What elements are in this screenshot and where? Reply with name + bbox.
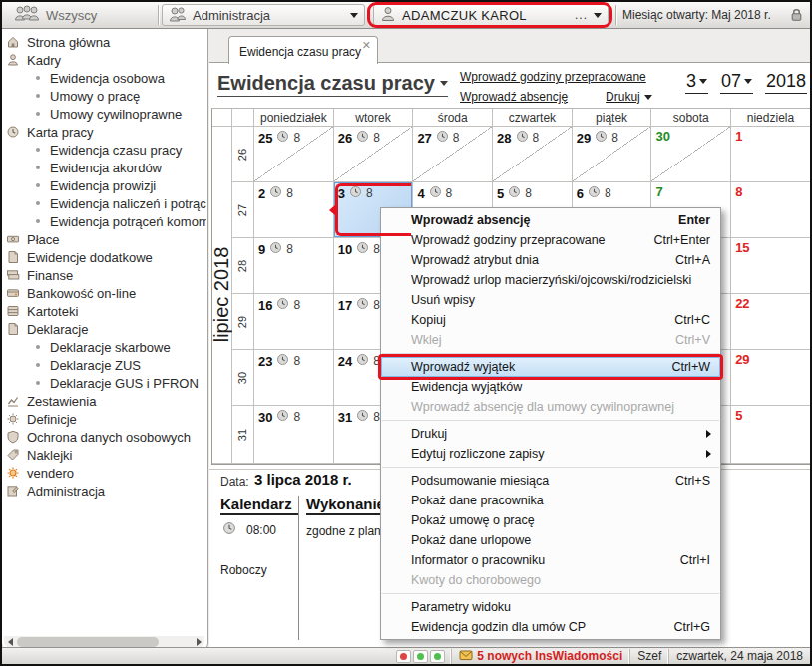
tab-close-icon[interactable]: ✕ — [362, 39, 371, 52]
submenu-arrow-icon — [706, 450, 711, 458]
menu-item-pokaz-umowe-o-prace[interactable]: Pokaż umowę o pracę — [381, 510, 720, 530]
group-selector[interactable]: Administracja — [162, 4, 365, 26]
context-menu: Wprowadź absencjęEnterWprowadź godziny p… — [380, 207, 721, 640]
day-number: 16 — [258, 298, 272, 313]
calendar-day-cell-5[interactable]: 5 — [731, 406, 810, 464]
calendar-day-cell-15[interactable]: 15 — [731, 238, 810, 294]
menu-item-informator-o-pracowniku[interactable]: Informator o pracownikuCtrl+I — [381, 550, 720, 570]
menu-item-wprowadz-godziny-przepracowane[interactable]: Wprowadź godziny przepracowaneCtrl+Enter — [381, 230, 720, 250]
sidebar-item-deklaracje-zus[interactable]: Deklaracje ZUS — [2, 356, 206, 374]
menu-item-wprowadz-wyjatek[interactable]: Wprowadź wyjątekCtrl+W — [381, 357, 720, 377]
menu-item-ewidencja-godzin-dla-umow-cp[interactable]: Ewidencja godzin dla umów CPCtrl+G — [381, 617, 720, 637]
sidebar-item-ewidencja-prowizji[interactable]: Ewidencja prowizji — [2, 176, 206, 194]
menu-item-wprowadz-atrybut-dnia[interactable]: Wprowadź atrybut dniaCtrl+A — [381, 250, 720, 270]
week-number: 29 — [232, 294, 254, 350]
sidebar-item-deklaracje-gus-i-pfron[interactable]: Deklaracje GUS i PFRON — [2, 374, 206, 392]
menu-item-kopiuj[interactable]: KopiujCtrl+C — [381, 310, 720, 330]
sidebar-item-place[interactable]: Płace — [2, 230, 206, 248]
weekday-header: sobota — [651, 109, 731, 127]
calendar-day-cell-8[interactable]: 8 — [731, 182, 810, 238]
sidebar-item-definicje[interactable]: Definicje — [2, 410, 206, 428]
filter-all-button[interactable]: Wszyscy — [8, 4, 156, 26]
menu-item-wprowadz-urlop-macierzynski-ojcowski-rodzicielski[interactable]: Wprowadź urlop macierzyński/ojcowski/rod… — [381, 270, 720, 290]
calendar-day-cell-16[interactable]: 168 — [254, 294, 334, 350]
scrollbar-thumb[interactable] — [17, 637, 159, 647]
sidebar-item-zestawienia[interactable]: Zestawienia — [2, 392, 206, 410]
employee-selector[interactable]: ADAMCZUK KAROL ... — [373, 4, 609, 26]
menu-item-pokaz-dane-pracownika[interactable]: Pokaż dane pracownika — [381, 491, 720, 510]
calendar-day-cell-25[interactable]: 258 — [254, 127, 334, 182]
sidebar-item-ochrona-danych-osobowych[interactable]: Ochrona danych osobowych — [2, 428, 206, 446]
day-selector[interactable]: 3 — [685, 71, 708, 94]
month-selector[interactable]: 07 — [720, 71, 753, 94]
calendar-day-cell-30[interactable]: 308 — [254, 406, 334, 464]
calendar-day-cell-30[interactable]: 30 — [651, 127, 731, 182]
messages-cell[interactable]: 5 nowych InsWiadomości — [451, 649, 629, 664]
day-hours: 8 — [373, 298, 380, 312]
group-dropdown-caret-icon[interactable] — [350, 13, 358, 18]
employee-dropdown-caret-icon[interactable] — [594, 13, 602, 18]
calendar-day-cell-1[interactable]: 1 — [731, 127, 810, 182]
calendar-day-cell-22[interactable]: 22 — [731, 294, 810, 350]
clock-icon — [276, 296, 289, 314]
menu-item-wprowadz-absencje[interactable]: Wprowadź absencjęEnter — [381, 210, 720, 230]
detail-date-value: 3 lipca 2018 r. — [254, 471, 352, 488]
link-enter-hours[interactable]: Wprowadź godziny przepracowane — [460, 70, 646, 84]
sidebar-item-bankowosc-on-line[interactable]: Bankowość on-line — [2, 284, 206, 302]
calendar-day-cell-29[interactable]: 298 — [573, 127, 652, 182]
messages-label[interactable]: 5 nowych InsWiadomości — [477, 649, 622, 663]
calendar-day-cell-28[interactable]: 288 — [493, 127, 573, 182]
person-icon — [6, 53, 21, 68]
tab-ewidencja-czasu-pracy[interactable]: Ewidencja czasu pracy ✕ — [228, 36, 378, 64]
lock-icon[interactable] — [789, 7, 804, 26]
link-enter-absence[interactable]: Wprowadź absencję — [460, 90, 568, 104]
sidebar-item-umowy-cywilnoprawne[interactable]: Umowy cywilnoprawne — [2, 105, 206, 123]
sidebar-item-ewidencja-osobowa[interactable]: Ewidencja osobowa — [2, 69, 206, 87]
sidebar-item-kartoteki[interactable]: Kartoteki — [2, 302, 206, 320]
calendar-day-cell-29[interactable]: 29 — [731, 350, 810, 406]
menu-item-ewidencja-wyjatkow[interactable]: Ewidencja wyjątków — [381, 377, 720, 397]
envelope-icon — [459, 649, 473, 664]
sidebar-item-label: Ewidencja akordów — [50, 161, 162, 175]
sidebar-item-naklejki[interactable]: Naklejki — [2, 446, 206, 464]
print-dropdown-caret-icon[interactable] — [644, 95, 652, 100]
menu-item-usun-wpisy[interactable]: Usuń wpisy — [381, 290, 720, 310]
sidebar-item-deklaracje[interactable]: Deklaracje — [2, 320, 206, 338]
calendar-day-cell-23[interactable]: 238 — [254, 350, 334, 406]
bullet-icon — [36, 183, 40, 187]
date-selectors: 3 07 2018 — [685, 71, 807, 94]
page-title-dropdown[interactable]: Ewidencja czasu pracy — [217, 72, 448, 97]
sidebar-item-label: Płace — [27, 232, 60, 247]
sidebar-item-ewidencja-potracen-komorniczych[interactable]: Ewidencja potrąceń komorniczych — [2, 212, 206, 230]
calendar-day-cell-27[interactable]: 278 — [413, 127, 493, 182]
clock-icon — [222, 521, 236, 538]
menu-item-parametry-widoku[interactable]: Parametry widoku — [381, 597, 720, 617]
sidebar-item-ewidencja-naliczen-i-potracen[interactable]: Ewidencja naliczeń i potrąceń — [2, 194, 206, 212]
link-print[interactable]: Drukuj — [606, 90, 640, 104]
sidebar-item-finanse[interactable]: Finanse — [2, 266, 206, 284]
menu-item-edytuj-rozliczone-zapisy[interactable]: Edytuj rozliczone zapisy — [381, 444, 720, 464]
calendar-day-cell-9[interactable]: 98 — [254, 238, 334, 294]
sidebar-item-umowy-o-prace[interactable]: Umowy o pracę — [2, 87, 206, 105]
sidebar-item-strona-glowna[interactable]: Strona główna — [2, 33, 206, 51]
employee-more-button[interactable]: ... — [575, 8, 588, 22]
sidebar-item-ewidencja-akordow[interactable]: Ewidencja akordów — [2, 159, 206, 176]
calendar-day-cell-26[interactable]: 268 — [334, 127, 414, 182]
year-selector[interactable]: 2018 — [765, 71, 807, 94]
calendar-day-cell-2[interactable]: 28 — [254, 182, 334, 238]
sidebar-item-ewidencja-czasu-pracy[interactable]: Ewidencja czasu pracy — [2, 141, 206, 159]
people-icon — [14, 5, 40, 25]
sidebar-item-deklaracje-skarbowe[interactable]: Deklaracje skarbowe — [2, 338, 206, 356]
sidebar-item-vendero[interactable]: vendero — [2, 464, 206, 482]
scroll-left-arrow-icon[interactable] — [4, 637, 16, 648]
menu-item-podsumowanie-miesiaca[interactable]: Podsumowanie miesiącaCtrl+S — [381, 471, 720, 491]
sidebar-item-kadry[interactable]: Kadry — [2, 51, 206, 69]
sidebar-item-karta-pracy[interactable]: Karta pracy — [2, 123, 206, 141]
menu-item-drukuj[interactable]: Drukuj — [381, 424, 720, 444]
menu-item-pokaz-dane-urlopowe[interactable]: Pokaż dane urlopowe — [381, 530, 720, 550]
sidebar-item-ewidencje-dodatkowe[interactable]: Ewidencje dodatkowe — [2, 248, 206, 266]
scroll-right-arrow-icon[interactable] — [193, 637, 204, 648]
user-cell: Szef — [629, 649, 668, 664]
day-hours: 8 — [605, 186, 611, 200]
sidebar-item-administracja[interactable]: Administracja — [2, 482, 206, 500]
